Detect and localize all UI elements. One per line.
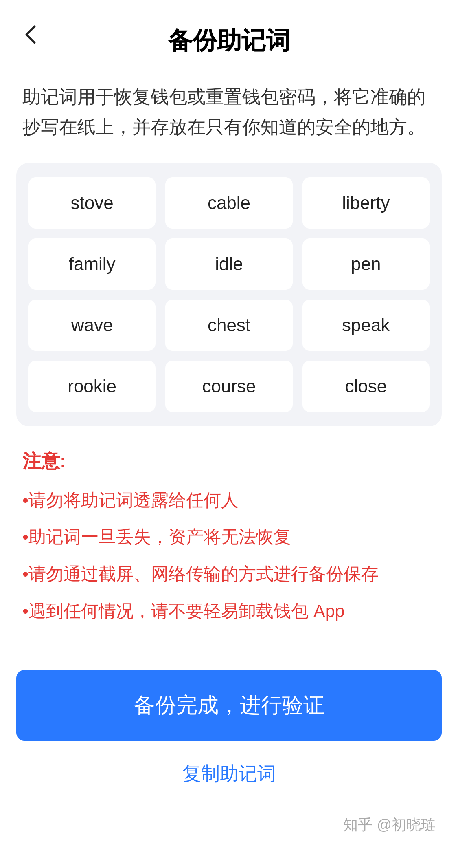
back-button[interactable] bbox=[20, 20, 41, 49]
warning-title: 注意: bbox=[22, 449, 436, 474]
mnemonic-word-2[interactable]: cable bbox=[165, 177, 292, 229]
mnemonic-grid: stovecablelibertyfamilyidlepenwavechests… bbox=[28, 177, 430, 412]
mnemonic-word-6[interactable]: pen bbox=[302, 238, 430, 290]
mnemonic-word-4[interactable]: family bbox=[28, 238, 156, 290]
backup-verify-button[interactable]: 备份完成，进行验证 bbox=[16, 670, 442, 741]
mnemonic-container: stovecablelibertyfamilyidlepenwavechests… bbox=[16, 163, 442, 426]
mnemonic-word-12[interactable]: close bbox=[302, 361, 430, 412]
header: 备份助记词 bbox=[0, 0, 458, 70]
footer-text: 知乎 @初晓琏 bbox=[0, 807, 458, 847]
mnemonic-word-3[interactable]: liberty bbox=[302, 177, 430, 229]
mnemonic-word-5[interactable]: idle bbox=[165, 238, 292, 290]
spacer bbox=[0, 637, 458, 670]
warning-item-2: •助记词一旦丢失，资产将无法恢复 bbox=[22, 523, 436, 551]
bottom-section: 备份完成，进行验证 复制助记词 bbox=[0, 670, 458, 807]
warning-item-4: •遇到任何情况，请不要轻易卸载钱包 App bbox=[22, 597, 436, 625]
mnemonic-word-10[interactable]: rookie bbox=[28, 361, 156, 412]
page-container: 备份助记词 助记词用于恢复钱包或重置钱包密码，将它准确的抄写在纸上，并存放在只有… bbox=[0, 0, 458, 868]
description-text: 助记词用于恢复钱包或重置钱包密码，将它准确的抄写在纸上，并存放在只有你知道的安全… bbox=[0, 70, 458, 163]
warning-section: 注意: •请勿将助记词透露给任何人•助记词一旦丢失，资产将无法恢复•请勿通过截屏… bbox=[0, 426, 458, 637]
mnemonic-word-8[interactable]: chest bbox=[165, 300, 292, 351]
mnemonic-word-1[interactable]: stove bbox=[28, 177, 156, 229]
back-icon bbox=[24, 24, 37, 45]
warning-item-1: •请勿将助记词透露给任何人 bbox=[22, 486, 436, 514]
warning-item-3: •请勿通过截屏、网络传输的方式进行备份保存 bbox=[22, 560, 436, 588]
mnemonic-word-9[interactable]: speak bbox=[302, 300, 430, 351]
copy-mnemonic-button[interactable]: 复制助记词 bbox=[16, 757, 442, 791]
mnemonic-word-11[interactable]: course bbox=[165, 361, 292, 412]
mnemonic-word-7[interactable]: wave bbox=[28, 300, 156, 351]
page-title: 备份助记词 bbox=[168, 24, 290, 57]
warning-list: •请勿将助记词透露给任何人•助记词一旦丢失，资产将无法恢复•请勿通过截屏、网络传… bbox=[22, 486, 436, 625]
